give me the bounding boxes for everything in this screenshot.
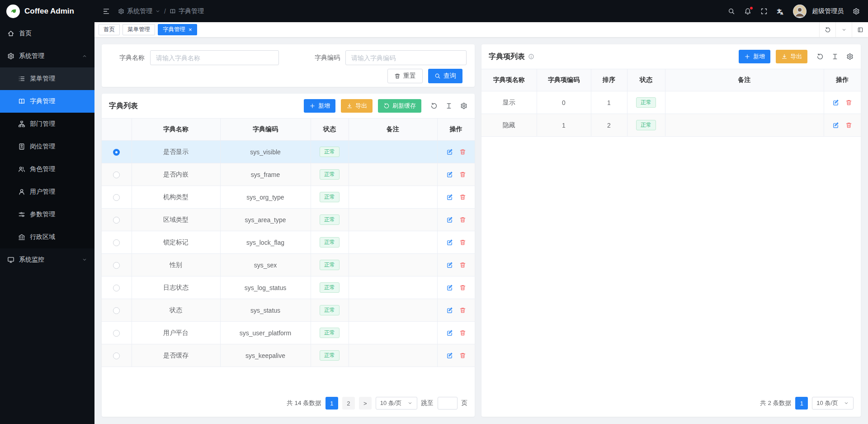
sidebar-item-dept-mgmt[interactable]: 部门管理: [0, 113, 94, 135]
search-icon[interactable]: [728, 8, 735, 15]
table-row[interactable]: 是否显示 sys_visible 正常: [102, 141, 475, 163]
page-size-select[interactable]: 10 条/页: [812, 397, 854, 410]
export-button[interactable]: 导出: [341, 99, 373, 113]
refresh-icon[interactable]: [819, 22, 835, 37]
notification-bell-icon[interactable]: [744, 8, 751, 15]
edit-icon[interactable]: [446, 262, 453, 268]
edit-icon[interactable]: [832, 99, 839, 106]
row-radio[interactable]: [113, 330, 120, 337]
sidebar-item-system-monitor[interactable]: 系统监控: [0, 248, 94, 271]
sidebar-item-param-mgmt[interactable]: 参数管理: [0, 203, 94, 226]
refresh-cache-button[interactable]: 刷新缓存: [378, 99, 421, 113]
fullscreen-icon[interactable]: [760, 8, 768, 15]
tab-home[interactable]: 首页: [99, 24, 120, 35]
dict-code-input[interactable]: [345, 50, 467, 65]
sidebar-item-user-mgmt[interactable]: 用户管理: [0, 181, 94, 203]
reset-button[interactable]: 重置: [387, 69, 423, 83]
current-user-name[interactable]: 超级管理员: [812, 7, 844, 15]
edit-icon[interactable]: [446, 329, 453, 336]
page-button-1[interactable]: 1: [326, 397, 338, 410]
tab-dict-mgmt[interactable]: 字典管理 ×: [158, 24, 197, 35]
collapse-sidebar-icon[interactable]: [103, 8, 110, 15]
settings-gear-icon[interactable]: [853, 8, 860, 15]
info-icon[interactable]: [528, 53, 534, 60]
row-radio[interactable]: [113, 149, 120, 156]
row-radio[interactable]: [113, 262, 120, 269]
row-radio[interactable]: [113, 239, 120, 246]
row-radio[interactable]: [113, 217, 120, 224]
edit-icon[interactable]: [446, 352, 453, 359]
row-radio[interactable]: [113, 285, 120, 291]
refresh-icon[interactable]: [430, 102, 438, 110]
table-row[interactable]: 锁定标记 sys_lock_flag 正常: [102, 231, 475, 254]
refresh-icon[interactable]: [816, 53, 824, 60]
row-radio[interactable]: [113, 172, 120, 178]
page-size-value: 10 条/页: [380, 399, 402, 407]
tab-menu-mgmt[interactable]: 菜单管理: [123, 24, 155, 35]
delete-icon[interactable]: [459, 262, 466, 268]
add-button[interactable]: 新增: [304, 99, 335, 113]
edit-icon[interactable]: [446, 171, 453, 178]
delete-icon[interactable]: [459, 329, 466, 336]
sidebar-item-home[interactable]: 首页: [0, 22, 94, 45]
dict-name-input[interactable]: [150, 50, 279, 65]
app-logo[interactable]: Coffee Admin: [0, 0, 94, 22]
delete-icon[interactable]: [459, 171, 466, 178]
delete-icon[interactable]: [459, 307, 466, 314]
sidebar-item-menu-mgmt[interactable]: 菜单管理: [0, 67, 94, 90]
delete-icon[interactable]: [459, 216, 466, 223]
breadcrumb-dict-mgmt[interactable]: 字典管理: [170, 7, 204, 15]
delete-icon[interactable]: [459, 148, 466, 155]
delete-icon[interactable]: [459, 352, 466, 359]
edit-icon[interactable]: [446, 148, 453, 155]
table-row[interactable]: 用户平台 sys_user_platform 正常: [102, 322, 475, 344]
sidebar-item-dict-mgmt[interactable]: 字典管理: [0, 90, 94, 113]
edit-icon[interactable]: [446, 194, 453, 200]
table-row[interactable]: 是否缓存 sys_keepalive 正常: [102, 344, 475, 367]
edit-icon[interactable]: [446, 307, 453, 314]
add-button[interactable]: 新增: [739, 50, 770, 63]
row-radio[interactable]: [113, 307, 120, 314]
table-row[interactable]: 是否内嵌 sys_frame 正常: [102, 163, 475, 186]
sidebar-item-post-mgmt[interactable]: 岗位管理: [0, 135, 94, 158]
page-button-1[interactable]: 1: [795, 397, 808, 410]
delete-icon[interactable]: [845, 99, 852, 106]
row-radio[interactable]: [113, 194, 120, 201]
delete-icon[interactable]: [459, 239, 466, 246]
sidebar-item-region[interactable]: 行政区域: [0, 226, 94, 248]
layout-toggle-icon[interactable]: [852, 22, 868, 37]
edit-icon[interactable]: [446, 239, 453, 246]
next-page-button[interactable]: >: [359, 397, 372, 410]
delete-icon[interactable]: [845, 122, 852, 129]
page-button-2[interactable]: 2: [342, 397, 355, 410]
table-row[interactable]: 日志状态 sys_log_status 正常: [102, 276, 475, 299]
column-setting-icon[interactable]: [445, 102, 453, 110]
delete-icon[interactable]: [459, 284, 466, 291]
gear-icon[interactable]: [460, 102, 467, 110]
table-row[interactable]: 区域类型 sys_area_type 正常: [102, 209, 475, 231]
table-row[interactable]: 性别 sys_sex 正常: [102, 254, 475, 276]
delete-icon[interactable]: [459, 194, 466, 200]
item-sort: 2: [591, 114, 627, 137]
table-row[interactable]: 状态 sys_status 正常: [102, 299, 475, 322]
edit-icon[interactable]: [832, 122, 839, 129]
jump-page-input[interactable]: [438, 397, 458, 410]
edit-icon[interactable]: [446, 216, 453, 223]
row-radio[interactable]: [113, 353, 120, 359]
export-button[interactable]: 导出: [776, 50, 807, 63]
table-row[interactable]: 机构类型 sys_org_type 正常: [102, 186, 475, 209]
chevron-down-icon[interactable]: [835, 22, 852, 37]
edit-icon[interactable]: [446, 284, 453, 291]
sidebar-item-role-mgmt[interactable]: 角色管理: [0, 158, 94, 181]
close-icon[interactable]: ×: [189, 27, 192, 33]
gear-icon[interactable]: [846, 53, 854, 60]
sidebar-item-system-mgmt[interactable]: 系统管理: [0, 45, 94, 67]
page-size-select[interactable]: 10 条/页: [376, 397, 417, 410]
query-button[interactable]: 查询: [428, 69, 462, 83]
translate-icon[interactable]: 文A: [777, 8, 784, 15]
breadcrumb-system-mgmt[interactable]: 系统管理: [118, 7, 160, 15]
table-row[interactable]: 显示 0 1 正常: [481, 91, 861, 114]
table-row[interactable]: 隐藏 1 2 正常: [481, 114, 861, 137]
avatar[interactable]: [793, 5, 807, 18]
column-setting-icon[interactable]: [831, 53, 839, 60]
